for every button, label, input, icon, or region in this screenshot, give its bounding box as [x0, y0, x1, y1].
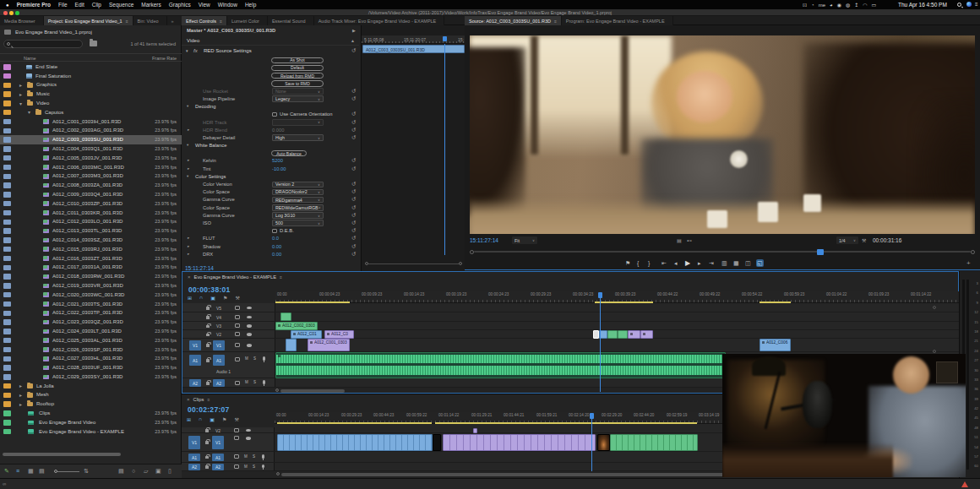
menubar-status-icon[interactable]: ◕ [830, 3, 833, 8]
reset-parameter-icon[interactable]: ↺ [351, 227, 356, 234]
label-color-chip[interactable] [3, 146, 11, 152]
effect-button[interactable]: As Shot [271, 57, 324, 64]
timeline-clip[interactable] [286, 339, 297, 351]
effect-button[interactable]: Reload from RMD [271, 73, 324, 79]
timeline-tool-icon[interactable]: ⚑ [222, 416, 226, 422]
timeline-clip[interactable] [473, 428, 477, 433]
timeline-clip[interactable] [277, 434, 433, 451]
reset-parameter-icon[interactable]: ↺ [351, 235, 356, 242]
project-tool-button[interactable]: ✎ [4, 468, 9, 475]
effect-row[interactable]: ▸ Tint ∨ -10.00 ↺ [182, 166, 359, 173]
parameter-dropdown[interactable]: None∨ [272, 88, 324, 95]
project-tool-button[interactable]: ▤ [39, 468, 45, 475]
column-name[interactable]: Name [24, 56, 36, 61]
project-item-row[interactable]: Final Saturation [0, 72, 182, 81]
transport-button[interactable]: ◂ [674, 259, 678, 267]
collapse-icon[interactable]: ▲ [351, 38, 355, 43]
menubar-clock[interactable]: Thu Apr 16 4:50 PM [898, 2, 947, 8]
expand-arrow-icon[interactable]: ▾ [187, 104, 188, 108]
menubar-status-icon[interactable]: ◉ [837, 2, 841, 8]
playhead-marker[interactable] [590, 413, 594, 419]
menu-markers[interactable]: Markers [141, 2, 161, 8]
label-color-chip[interactable] [3, 393, 11, 399]
transport-button[interactable]: ◱ [756, 259, 764, 267]
effect-row[interactable]: HDR Track ∨ ↺ [182, 119, 359, 127]
transport-button[interactable]: ▸ [698, 259, 701, 267]
project-item-row[interactable]: A012_C026_0303SP_001.R3D 23.976 fps [0, 345, 182, 355]
source-timecode[interactable]: 15:11:27:14 [470, 237, 498, 243]
label-color-chip[interactable] [3, 410, 11, 416]
timeline-tool-icon[interactable]: ⊞ [187, 416, 191, 422]
track-target-v1[interactable]: V1 [212, 436, 224, 449]
reset-parameter-icon[interactable]: ↺ [351, 196, 356, 203]
track-target-a2[interactable]: A2 [212, 464, 224, 470]
reset-parameter-icon[interactable]: ↺ [351, 220, 356, 226]
parameter-value[interactable]: -10.00 [272, 166, 286, 171]
label-color-chip[interactable] [3, 365, 11, 371]
label-color-chip[interactable] [3, 73, 11, 79]
menubar-status-icon[interactable]: ↥ [854, 2, 858, 8]
lock-icon[interactable] [206, 344, 210, 347]
timeline-clip[interactable] [433, 434, 441, 451]
lock-icon[interactable] [206, 316, 210, 319]
label-color-chip[interactable] [3, 83, 11, 89]
label-color-chip[interactable] [3, 256, 11, 262]
panel-tab[interactable]: Program: Evo Engage Brand Video - EXAMPL… [562, 16, 673, 25]
voiceover-record-icon[interactable] [263, 356, 265, 361]
pip-video-overlay[interactable] [722, 354, 966, 477]
disclosure-arrow[interactable]: ▸ [19, 392, 22, 398]
timeline-clip[interactable] [607, 330, 618, 339]
disclosure-arrow[interactable]: ▸ [19, 401, 22, 407]
project-item-row[interactable]: Evo Engage Brand Video - EXAMPLE 23.976 … [0, 427, 182, 437]
label-color-chip[interactable] [3, 319, 11, 325]
voiceover-record-icon[interactable] [263, 380, 265, 384]
timeline-clip[interactable] [610, 434, 698, 451]
mute-button[interactable]: M [245, 356, 248, 361]
reset-parameter-icon[interactable]: ↺ [351, 95, 356, 102]
timeline-clip[interactable] [275, 352, 726, 378]
menu-premiere-pro[interactable]: Premiere Pro [17, 2, 51, 8]
reset-parameter-icon[interactable]: ↺ [351, 204, 356, 211]
label-color-chip[interactable] [3, 137, 11, 143]
effect-row[interactable]: ▸ Kelvin ∨ 5200 ↺ [182, 157, 359, 165]
mini-playhead-marker[interactable] [443, 36, 447, 41]
effect-button[interactable]: Auto Balance [271, 150, 307, 157]
parameter-dropdown[interactable]: REDgamma4∨ [272, 197, 324, 204]
timeline-tool-icon[interactable]: ∩ [199, 416, 202, 422]
fit-dropdown[interactable]: Fit∨ [512, 236, 537, 244]
effect-row[interactable]: Color Space DRAGONcolor2∨ ↺ [182, 188, 359, 196]
toggle-track-output-icon[interactable] [247, 316, 252, 319]
sync-lock-icon[interactable] [234, 428, 239, 432]
label-color-chip[interactable] [3, 228, 11, 234]
timeline-clip[interactable]: A012_C0 [324, 330, 354, 339]
label-color-chip[interactable] [3, 237, 11, 243]
parameter-dropdown[interactable]: ∨ [272, 119, 324, 126]
project-item-row[interactable]: A012_C019_0303VR_001.R3D 23.976 fps [0, 281, 182, 291]
source-patch-v1[interactable]: V1 [189, 340, 201, 350]
label-color-chip[interactable] [3, 110, 11, 116]
lock-icon[interactable] [205, 465, 209, 469]
effect-row[interactable]: Use Rocket None∨ ↺ [182, 88, 359, 95]
effect-row[interactable]: Default ∨ ↺ [182, 64, 359, 72]
project-item-row[interactable]: ▾ Video [0, 99, 182, 108]
label-color-chip[interactable] [3, 429, 11, 435]
timeline-clip[interactable] [597, 434, 610, 451]
label-color-chip[interactable] [3, 374, 11, 380]
transport-button[interactable]: ⚑ [625, 259, 630, 267]
track-target-a2[interactable]: A2 [213, 379, 225, 387]
transport-button[interactable]: ◫ [745, 259, 751, 267]
effect-row[interactable]: Image Pipeline Legacy∨ ↺ [182, 95, 359, 103]
project-item-row[interactable]: A012_C016_0303ZT_001.R3D 23.976 fps [0, 254, 182, 264]
sync-lock-icon[interactable] [234, 454, 239, 459]
project-item-row[interactable]: A012_C014_0303SZ_001.R3D 23.976 fps [0, 236, 182, 245]
label-color-chip[interactable] [3, 174, 11, 180]
label-color-chip[interactable] [3, 420, 11, 426]
project-item-row[interactable]: A012_C029_0303SY_001.R3D 23.976 fps [0, 372, 182, 382]
wrench-settings-icon[interactable]: ⚒ [862, 237, 866, 243]
effect-row[interactable]: Auto Balance ∨ ↺ [182, 149, 359, 157]
timeline-tool-icon[interactable]: ⊞ [188, 295, 192, 301]
menu-graphics[interactable]: Graphics [169, 2, 191, 8]
parameter-dropdown[interactable]: High∨ [272, 134, 324, 141]
panel-tab[interactable]: » [167, 16, 182, 25]
label-color-chip[interactable] [3, 383, 11, 389]
